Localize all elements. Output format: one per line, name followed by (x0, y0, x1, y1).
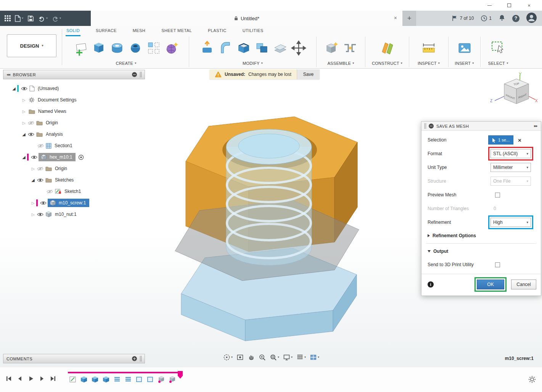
fit-button[interactable]: ▾ (269, 353, 279, 361)
expander-icon[interactable]: ▷ (21, 109, 27, 114)
move-icon[interactable] (291, 40, 307, 56)
play-icon[interactable] (27, 375, 34, 382)
expander-icon[interactable]: ◢ (21, 132, 27, 137)
tree-item-m10-nut[interactable]: ▷ m10_nut:1 (3, 209, 145, 220)
extrude-icon[interactable] (91, 40, 107, 56)
fillet-icon[interactable] (217, 40, 233, 56)
timeline-track[interactable] (68, 372, 182, 387)
visibility-eye-off-icon[interactable] (37, 144, 44, 148)
look-at-button[interactable] (236, 353, 244, 361)
panel-grip[interactable] (140, 72, 142, 77)
refinement-options-section[interactable]: Refinement Options (421, 229, 541, 242)
visibility-eye-off-icon[interactable] (46, 190, 53, 194)
select-cursor-icon[interactable] (490, 40, 506, 56)
tree-item-root[interactable]: ◢ (Unsaved) (3, 83, 145, 94)
document-tab[interactable]: Untitled* × (91, 11, 402, 26)
tree-item-section1[interactable]: Section1 (3, 140, 145, 151)
maximize-button[interactable] (499, 0, 519, 11)
viewports-button[interactable]: ▾ (309, 353, 319, 361)
shell-icon[interactable] (236, 40, 252, 56)
view-cube[interactable]: Y X Z TOP FRONT RIGHT (487, 72, 538, 116)
revolve-icon[interactable] (109, 40, 125, 56)
visibility-eye-icon[interactable] (36, 212, 44, 217)
timeline-chamfer-feature-icon[interactable] (146, 375, 154, 384)
pattern-icon[interactable] (146, 40, 162, 56)
offset-face-icon[interactable] (272, 40, 288, 56)
timeline-component-feature-icon[interactable] (157, 375, 166, 384)
dialog-grip[interactable] (425, 123, 426, 129)
create-sketch-icon[interactable] (72, 40, 88, 56)
minimize-button[interactable] (479, 0, 499, 11)
tutorial-progress-button[interactable]: 7 of 10 (451, 15, 474, 22)
visibility-eye-off-icon[interactable] (27, 121, 35, 125)
new-tab-button[interactable]: + (402, 11, 416, 26)
timeline-settings-button[interactable] (528, 376, 536, 385)
insert-dropdown[interactable]: INSERT▾ (455, 59, 474, 67)
tab-solid[interactable]: SOLID (66, 28, 80, 36)
format-dropdown[interactable]: STL (ASCII) ▾ (491, 149, 531, 158)
visibility-eye-icon[interactable] (30, 155, 38, 159)
expander-icon[interactable]: ◢ (30, 178, 36, 183)
visibility-eye-icon[interactable] (20, 87, 28, 91)
select-dropdown[interactable]: SELECT▾ (488, 59, 508, 67)
press-pull-icon[interactable] (199, 40, 215, 56)
tab-close-icon[interactable]: × (394, 15, 397, 21)
construct-plane-icon[interactable] (379, 40, 395, 56)
timeline-extrude-feature-icon[interactable] (91, 375, 99, 384)
visibility-eye-icon[interactable] (27, 132, 35, 137)
view-cube-faces[interactable]: TOP FRONT RIGHT (504, 79, 529, 104)
notifications-button[interactable] (499, 14, 505, 22)
dialog-header[interactable]: SAVE AS MESH ◀◀ (421, 122, 541, 131)
unit-type-dropdown[interactable]: Millimeter ▾ (491, 163, 531, 172)
timeline-component-feature-icon[interactable] (168, 375, 177, 384)
timeline-extrude-feature-icon[interactable] (80, 375, 88, 384)
timeline-sketch-feature-icon[interactable] (69, 375, 77, 384)
tree-item-named-views[interactable]: ▷ Named Views (3, 106, 145, 117)
panel-grip[interactable] (140, 356, 142, 361)
visibility-eye-icon[interactable] (36, 178, 44, 182)
skip-to-end-icon[interactable] (50, 375, 56, 382)
timeline-chamfer-feature-icon[interactable] (135, 375, 143, 384)
selection-chip[interactable]: 1 se... (488, 135, 513, 145)
clear-selection-icon[interactable]: × (518, 137, 521, 143)
refinement-dropdown[interactable]: High ▾ (491, 218, 531, 227)
save-link[interactable]: Save (297, 69, 320, 79)
screw-body[interactable] (226, 129, 312, 265)
collapse-panel-icon[interactable]: ◀◀ (6, 73, 10, 76)
add-comment-icon[interactable] (132, 356, 137, 361)
skip-to-start-icon[interactable] (5, 375, 12, 382)
tree-item-m10-screw[interactable]: ▷ m10_screw:1 (3, 197, 145, 209)
step-forward-icon[interactable] (39, 375, 45, 382)
tab-plastic[interactable]: PLASTIC (207, 28, 227, 36)
output-section[interactable]: Output (421, 245, 541, 258)
tree-item-origin[interactable]: ▷ Origin (3, 117, 145, 129)
help-button[interactable]: ? (512, 15, 519, 22)
pan-button[interactable] (247, 353, 255, 361)
file-menu-button[interactable]: ▾ (14, 15, 23, 22)
tree-item-sketch1[interactable]: Sketch1 (3, 186, 145, 197)
tab-surface[interactable]: SURFACE (95, 28, 117, 36)
new-component-icon[interactable] (324, 40, 340, 56)
timeline-position-marker[interactable] (178, 371, 183, 379)
construct-dropdown[interactable]: CONSTRUCT▾ (372, 59, 402, 67)
visibility-eye-off-icon[interactable] (36, 167, 44, 171)
inspect-dropdown[interactable]: INSPECT▾ (418, 59, 440, 67)
expander-icon[interactable]: ◢ (11, 86, 17, 91)
tab-sheet-metal[interactable]: SHEET METAL (161, 28, 193, 36)
expander-icon[interactable]: ▷ (30, 167, 36, 171)
expander-icon[interactable]: ▷ (21, 121, 27, 125)
cancel-button[interactable]: Cancel (511, 280, 536, 289)
user-avatar[interactable] (526, 13, 537, 24)
save-button[interactable] (27, 15, 34, 22)
app-menu-button[interactable] (5, 15, 11, 21)
orbit-button[interactable]: ▾ (223, 353, 233, 361)
expander-icon[interactable]: ▷ (30, 201, 36, 205)
comments-header[interactable]: COMMENTS (3, 354, 145, 363)
modify-dropdown[interactable]: MODIFY▾ (243, 59, 263, 67)
ok-button[interactable]: OK (477, 280, 504, 289)
combine-icon[interactable] (254, 40, 270, 56)
timeline-extrude-feature-icon[interactable] (102, 375, 110, 384)
assemble-dropdown[interactable]: ASSEMBLE▾ (327, 59, 354, 67)
activate-component-radio[interactable] (78, 154, 84, 160)
info-icon[interactable]: i (428, 281, 434, 288)
